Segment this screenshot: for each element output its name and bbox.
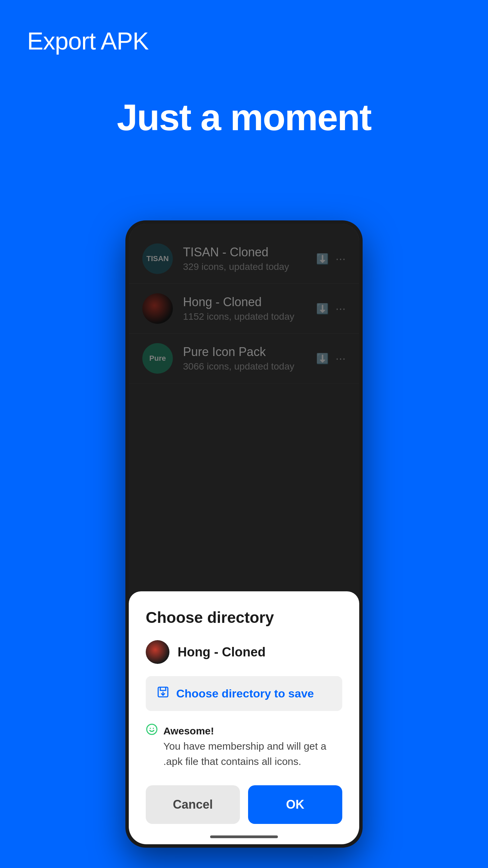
choose-directory-button[interactable]: Choose directory to save — [146, 676, 342, 711]
page-header: Export APK — [0, 0, 488, 68]
smile-icon — [146, 723, 158, 738]
page-title: Export APK — [27, 27, 461, 55]
cancel-button[interactable]: Cancel — [146, 785, 240, 824]
subtitle: Just a moment — [0, 96, 488, 139]
dialog-app-icon — [146, 640, 169, 664]
dialog-app-name: Hong - Cloned — [178, 645, 266, 659]
save-icon — [157, 686, 169, 702]
membership-headline: Awesome! — [163, 723, 342, 738]
ok-button[interactable]: OK — [248, 785, 342, 824]
svg-point-1 — [147, 724, 157, 734]
membership-body: You have membership and will get a .apk … — [163, 741, 326, 767]
membership-text: Awesome! You have membership and will ge… — [163, 723, 342, 769]
choose-directory-label: Choose directory to save — [176, 687, 314, 700]
svg-point-3 — [153, 728, 154, 729]
dialog-app-row: Hong - Cloned — [146, 640, 342, 664]
dialog-title: Choose directory — [146, 608, 342, 627]
membership-info: Awesome! You have membership and will ge… — [146, 723, 342, 769]
dialog-overlay: Choose directory Hong - Cloned Choose di… — [129, 224, 359, 844]
phone-home-indicator — [210, 835, 278, 838]
choose-directory-dialog: Choose directory Hong - Cloned Choose di… — [129, 591, 359, 844]
phone-screen: TISAN TISAN - Cloned 329 icons, updated … — [129, 224, 359, 844]
phone-mockup: TISAN TISAN - Cloned 329 icons, updated … — [125, 220, 363, 848]
dialog-buttons: Cancel OK — [146, 785, 342, 824]
svg-point-2 — [150, 728, 151, 729]
